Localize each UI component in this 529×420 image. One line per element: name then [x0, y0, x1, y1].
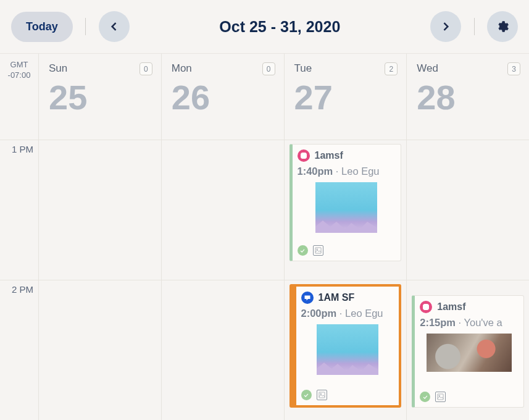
day-header-tue[interactable]: Tue 2 27 [284, 54, 407, 140]
hour-label: 2 PM [0, 280, 38, 420]
check-icon [298, 245, 308, 256]
svg-point-4 [316, 249, 317, 250]
event-account: 1amsf [437, 301, 465, 313]
calendar-grid: GMT -07:00 Sun 0 25 Mon 0 26 Tue 2 27 We… [0, 54, 529, 420]
day-number: 25 [49, 77, 151, 117]
slot-mon-1pm[interactable] [161, 140, 284, 280]
day-count-badge: 2 [385, 62, 398, 75]
settings-button[interactable] [487, 11, 518, 42]
chevron-left-icon [108, 20, 120, 33]
today-button[interactable]: Today [11, 12, 73, 42]
event-text: Leo Egu [345, 308, 383, 319]
event-text: You've a [464, 317, 502, 328]
divider [467, 18, 481, 35]
svg-point-2 [305, 154, 306, 154]
toolbar: Today Oct 25 - 31, 2020 [0, 0, 529, 54]
gear-icon [496, 20, 509, 33]
facebook-icon [301, 292, 314, 304]
event-subtitle: 2:15pm · You've a [420, 317, 519, 329]
event-subtitle: 2:00pm · Leo Egu [301, 308, 394, 319]
svg-rect-3 [315, 248, 320, 253]
check-icon [301, 390, 312, 400]
svg-point-8 [425, 306, 427, 308]
svg-point-9 [428, 305, 428, 306]
event-text: Leo Egu [341, 166, 379, 177]
event-thumbnail [317, 324, 378, 375]
event-card[interactable]: 1amsf 2:15pm · You've a [412, 295, 524, 408]
chevron-right-icon [439, 20, 452, 33]
event-account: 1amsf [315, 150, 343, 161]
day-header-mon[interactable]: Mon 0 26 [161, 54, 284, 140]
day-name: Wed [417, 62, 519, 75]
event-subtitle: 1:40pm · Leo Egu [298, 166, 396, 177]
day-name: Mon [172, 62, 274, 75]
next-week-button[interactable] [430, 11, 461, 42]
event-card[interactable]: 1amsf 1:40pm · Leo Egu [289, 144, 402, 261]
day-number: 27 [294, 77, 397, 117]
event-thumbnail [315, 182, 377, 233]
event-time: 2:15pm [420, 317, 456, 328]
day-header-wed[interactable]: Wed 3 28 [406, 54, 529, 140]
day-number: 28 [417, 77, 519, 117]
divider [79, 18, 93, 35]
slot-tue-1pm[interactable]: 1amsf 1:40pm · Leo Egu [284, 140, 407, 280]
event-card-selected[interactable]: 1AM SF 2:00pm · Leo Egu [289, 284, 402, 408]
image-icon [317, 390, 327, 400]
day-count-badge: 0 [140, 62, 152, 75]
day-header-sun[interactable]: Sun 0 25 [38, 54, 161, 140]
check-icon [420, 392, 430, 402]
day-name: Tue [294, 62, 397, 75]
slot-sun-2pm[interactable] [38, 280, 161, 420]
svg-rect-5 [319, 392, 324, 398]
day-name: Sun [49, 62, 151, 75]
day-count-badge: 0 [262, 62, 275, 75]
tz-offset: -07:00 [0, 70, 38, 81]
timezone-label: GMT -07:00 [0, 54, 38, 140]
svg-point-6 [320, 393, 321, 395]
hour-label: 1 PM [0, 140, 38, 280]
image-icon [435, 392, 446, 402]
day-count-badge: 3 [507, 62, 520, 75]
date-range: Oct 25 - 31, 2020 [136, 18, 424, 36]
slot-sun-1pm[interactable] [38, 140, 161, 280]
slot-wed-1pm[interactable] [406, 140, 529, 280]
slot-tue-2pm[interactable]: 1AM SF 2:00pm · Leo Egu [284, 280, 407, 420]
instagram-icon [420, 301, 432, 313]
event-time: 1:40pm [298, 166, 333, 177]
event-thumbnail [427, 334, 512, 372]
svg-rect-10 [438, 394, 443, 400]
slot-mon-2pm[interactable] [161, 280, 284, 420]
svg-point-11 [439, 395, 440, 397]
slot-wed-2pm[interactable]: 1amsf 2:15pm · You've a [406, 280, 529, 420]
day-number: 26 [172, 77, 274, 117]
instagram-icon [298, 149, 310, 162]
svg-point-1 [302, 154, 305, 157]
tz-label: GMT [0, 60, 38, 70]
event-account: 1AM SF [319, 292, 355, 303]
image-icon [313, 245, 323, 256]
event-time: 2:00pm [301, 308, 337, 319]
prev-week-button[interactable] [99, 11, 130, 42]
